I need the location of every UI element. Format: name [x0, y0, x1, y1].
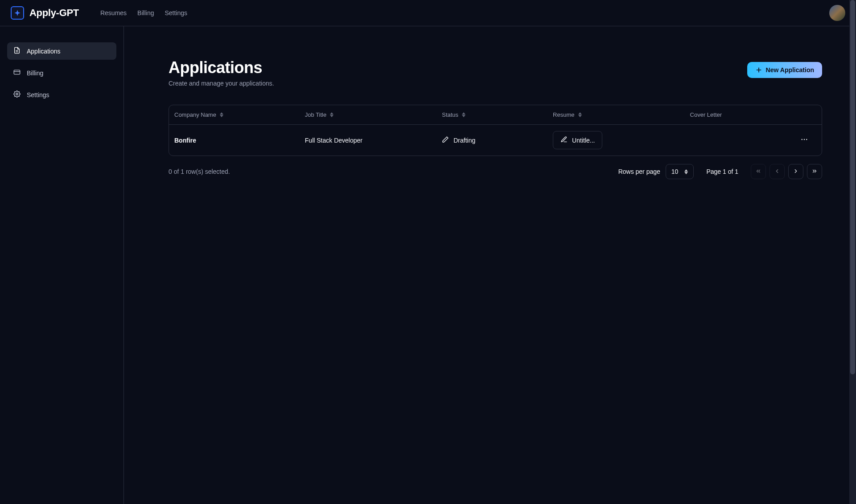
page-title: Applications [169, 58, 274, 77]
scrollbar-track[interactable] [849, 0, 856, 504]
column-header-label: Job Title [305, 111, 326, 118]
sidebar-item-applications[interactable]: Applications [7, 42, 116, 60]
svg-rect-2 [14, 70, 20, 74]
rows-per-page-select[interactable]: 10 [666, 164, 694, 179]
sidebar-item-label: Billing [27, 70, 43, 77]
cell-job-title: Full Stack Developer [305, 137, 362, 144]
nav-link-billing[interactable]: Billing [137, 9, 154, 16]
gear-icon [13, 90, 21, 99]
new-application-button[interactable]: New Application [747, 62, 822, 78]
avatar[interactable] [829, 5, 845, 21]
status-label: Drafting [453, 137, 475, 144]
sidebar: Applications Billing Settings [0, 26, 124, 504]
brand-name: Apply-GPT [29, 7, 79, 19]
table-row[interactable]: Bonfire Full Stack Developer [169, 125, 822, 156]
pager-last-button[interactable] [807, 164, 822, 179]
nav-link-settings[interactable]: Settings [165, 9, 187, 16]
pager-first-button[interactable] [751, 164, 766, 179]
svg-point-8 [804, 139, 805, 140]
file-text-icon [13, 47, 21, 55]
page-header: Applications Create and manage your appl… [169, 58, 822, 87]
column-header-cover-letter: Cover Letter [690, 111, 722, 118]
column-header-job-title[interactable]: Job Title [305, 111, 333, 118]
top-nav-links: Resumes Billing Settings [100, 9, 187, 16]
chevron-right-icon [793, 168, 799, 176]
sidebar-item-settings[interactable]: Settings [7, 86, 116, 103]
cell-company: Bonfire [174, 137, 196, 144]
sort-icon [462, 112, 465, 117]
pencil-icon [442, 136, 449, 144]
cell-status: Drafting [442, 136, 475, 144]
pager-prev-button[interactable] [770, 164, 785, 179]
page-heading-block: Applications Create and manage your appl… [169, 58, 274, 87]
document-edit-icon [560, 136, 568, 144]
credit-card-icon [13, 69, 21, 77]
column-header-company[interactable]: Company Name [174, 111, 223, 118]
sidebar-item-label: Settings [27, 91, 49, 98]
more-horizontal-icon [800, 135, 808, 145]
scrollbar-thumb[interactable] [850, 0, 855, 374]
chevrons-right-icon [811, 168, 818, 176]
selection-info: 0 of 1 row(s) selected. [169, 168, 230, 175]
rows-per-page-value: 10 [671, 168, 679, 175]
page-info: Page 1 of 1 [706, 168, 738, 175]
column-header-status[interactable]: Status [442, 111, 465, 118]
select-caret-icon [684, 169, 688, 174]
row-more-button[interactable] [800, 135, 808, 145]
column-header-label: Resume [553, 111, 574, 118]
rows-per-page: Rows per page 10 [618, 164, 694, 179]
footer-right: Rows per page 10 Page 1 of 1 [618, 164, 822, 179]
applications-table: Company Name Job Title [169, 105, 822, 156]
pager [751, 164, 822, 179]
chevron-left-icon [774, 168, 780, 176]
column-header-label: Company Name [174, 111, 216, 118]
nav-link-resumes[interactable]: Resumes [100, 9, 127, 16]
sort-icon [330, 112, 333, 117]
rows-per-page-label: Rows per page [618, 168, 660, 175]
sort-icon [578, 112, 582, 117]
pager-next-button[interactable] [788, 164, 803, 179]
table-footer: 0 of 1 row(s) selected. Rows per page 10… [169, 164, 822, 179]
svg-point-9 [806, 139, 807, 140]
brand[interactable]: Apply-GPT [11, 6, 79, 20]
main: Applications Create and manage your appl… [124, 26, 856, 504]
column-header-resume[interactable]: Resume [553, 111, 581, 118]
sort-icon [220, 112, 223, 117]
top-nav-left: Apply-GPT Resumes Billing Settings [11, 6, 187, 20]
brand-logo-icon [11, 6, 24, 20]
plus-icon [755, 66, 762, 74]
resume-label: Untitle... [572, 137, 595, 144]
column-header-label: Status [442, 111, 458, 118]
top-nav: Apply-GPT Resumes Billing Settings [0, 0, 856, 26]
sidebar-item-label: Applications [27, 48, 61, 55]
new-application-label: New Application [766, 66, 814, 74]
svg-point-7 [802, 139, 802, 140]
sidebar-item-billing[interactable]: Billing [7, 64, 116, 82]
resume-pill[interactable]: Untitle... [553, 131, 602, 149]
chevrons-left-icon [755, 168, 761, 176]
column-header-label: Cover Letter [690, 111, 722, 118]
layout: Applications Billing Settings [0, 26, 856, 504]
page-subtitle: Create and manage your applications. [169, 80, 274, 87]
svg-point-4 [16, 93, 18, 95]
